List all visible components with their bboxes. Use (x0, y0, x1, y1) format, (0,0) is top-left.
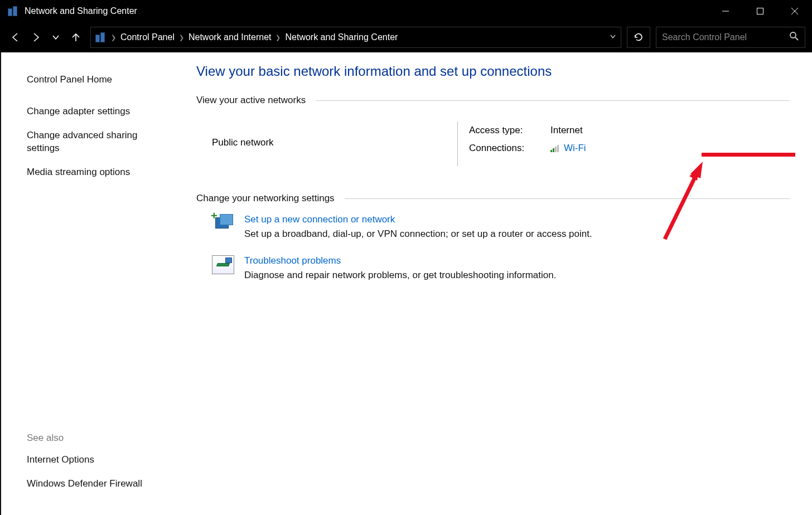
chevron-right-icon: ❯ (276, 34, 281, 41)
troubleshoot-icon (212, 255, 234, 274)
search-button[interactable] (789, 31, 799, 43)
window-title: Network and Sharing Center (25, 6, 137, 16)
setup-connection-icon: + (212, 214, 234, 233)
search-input[interactable] (662, 32, 789, 42)
up-button[interactable] (67, 28, 85, 46)
svg-point-4 (790, 32, 796, 38)
divider (316, 100, 790, 101)
address-dropdown[interactable] (610, 33, 616, 42)
chevron-down-icon (610, 33, 616, 40)
svg-rect-1 (757, 8, 763, 14)
troubleshoot-link[interactable]: Troubleshoot problems (244, 255, 556, 266)
access-type-label: Access type: (469, 125, 550, 136)
sidebar: Control Panel Home Change adapter settin… (1, 52, 174, 515)
back-arrow-icon (10, 32, 21, 43)
chevron-down-icon (52, 33, 60, 41)
breadcrumb-item[interactable]: Network and Sharing Center (285, 32, 398, 42)
network-name: Public network (212, 122, 457, 166)
page-title: View your basic network information and … (196, 64, 790, 79)
close-button[interactable] (777, 0, 812, 22)
change-advanced-sharing-link[interactable]: Change advanced sharing settings (27, 129, 154, 155)
refresh-icon (634, 32, 644, 42)
svg-marker-7 (689, 168, 699, 181)
maximize-button[interactable] (743, 0, 777, 22)
network-center-icon (8, 6, 19, 16)
access-type-value: Internet (550, 125, 583, 136)
setup-connection-link[interactable]: Set up a new connection or network (244, 214, 592, 225)
see-also-label: See also (27, 433, 154, 444)
breadcrumb-item[interactable]: Network and Internet (188, 32, 272, 42)
minimize-icon (722, 7, 729, 15)
forward-button[interactable] (27, 28, 45, 46)
maximize-icon (756, 7, 764, 15)
troubleshoot-desc: Diagnose and repair network problems, or… (244, 270, 556, 281)
control-panel-home-link[interactable]: Control Panel Home (27, 74, 154, 86)
divider (345, 198, 790, 199)
change-adapter-settings-link[interactable]: Change adapter settings (27, 105, 154, 118)
annotation-underline (702, 153, 795, 157)
chevron-right-icon: ❯ (111, 34, 116, 41)
back-button[interactable] (7, 28, 25, 46)
active-networks-heading: View your active networks (196, 95, 790, 106)
internet-options-link[interactable]: Internet Options (27, 454, 154, 467)
svg-line-5 (795, 37, 798, 40)
wifi-connection-link[interactable]: Wi-Fi (564, 143, 586, 154)
close-icon (791, 7, 799, 15)
section-label: View your active networks (196, 95, 306, 106)
title-bar: Network and Sharing Center (0, 0, 812, 22)
network-center-icon (95, 32, 107, 42)
main-content: View your basic network information and … (174, 52, 812, 515)
windows-defender-firewall-link[interactable]: Windows Defender Firewall (27, 478, 154, 490)
address-bar[interactable]: ❯ Control Panel ❯ Network and Internet ❯… (90, 27, 621, 48)
forward-arrow-icon (30, 32, 41, 43)
search-icon (789, 31, 799, 41)
chevron-right-icon: ❯ (179, 34, 184, 41)
breadcrumb-item[interactable]: Control Panel (120, 32, 175, 42)
search-box[interactable] (656, 27, 805, 48)
window-controls (708, 0, 812, 22)
navigation-bar: ❯ Control Panel ❯ Network and Internet ❯… (0, 22, 812, 52)
section-label: Change your networking settings (196, 193, 335, 204)
setup-connection-desc: Set up a broadband, dial-up, or VPN conn… (244, 229, 592, 240)
recent-locations-button[interactable] (47, 28, 65, 46)
change-settings-heading: Change your networking settings (196, 193, 790, 204)
vertical-divider (457, 122, 458, 166)
wifi-signal-icon (550, 144, 560, 152)
connections-label: Connections: (469, 143, 550, 154)
refresh-button[interactable] (627, 27, 650, 48)
up-arrow-icon (70, 32, 81, 43)
media-streaming-link[interactable]: Media streaming options (27, 166, 154, 179)
minimize-button[interactable] (708, 0, 743, 22)
